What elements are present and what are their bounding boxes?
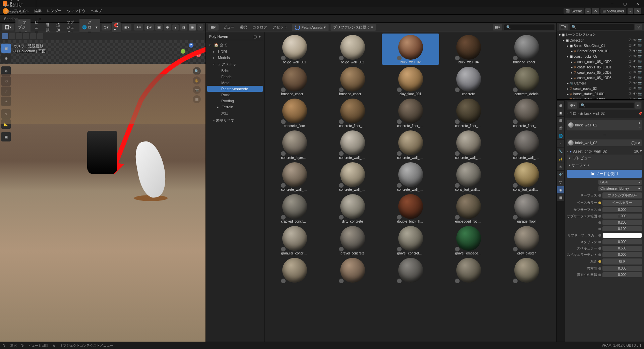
asset-gravel_concrete_02[interactable]: gravel_concrete_02 [382, 225, 439, 256]
layer-delete-button[interactable]: ✕ [634, 8, 641, 14]
tree-brick[interactable]: Brick [207, 68, 263, 74]
outliner-coast_rocks_05_LOD0[interactable]: ▸ coast_rocks_05_LOD0☑👁📷 [558, 59, 643, 64]
display-options[interactable]: ▤▾ [493, 24, 502, 31]
scene-delete-button[interactable]: ✕ [592, 8, 599, 14]
tree-metal[interactable]: Metal [207, 80, 263, 86]
tree-models[interactable]: Models [207, 55, 263, 61]
axis-x[interactable]: X [196, 52, 201, 57]
prop-search[interactable]: 🔍 [579, 103, 634, 108]
asset-concrete_layers_02[interactable]: concrete_layers_02 [266, 129, 323, 160]
asset-editor-type[interactable]: ▦▾ [208, 24, 219, 31]
select-tool[interactable]: ▣ [1, 44, 11, 53]
outliner-coast_rocks_05_LOD2[interactable]: ▸ coast_rocks_05_LOD2☑👁📷 [558, 70, 643, 75]
tab-render[interactable]: 🖨 [557, 101, 564, 109]
asset-brushed_concrete[interactable]: brushed_concrete [498, 34, 555, 65]
asset-concrete_debris[interactable]: concrete_debris [498, 65, 555, 97]
workspace-uv-editing[interactable]: UV Editing [0, 2, 36, 9]
outliner-horse_statue_01.001[interactable]: ▸ horse_statue_01.001☑👁📷 [558, 91, 643, 97]
overlay-button[interactable]: ◐▾ [144, 24, 154, 31]
xray-button[interactable]: ▣ [155, 24, 163, 31]
tree-all[interactable]: 🏠全て [207, 42, 263, 49]
prop-options[interactable]: ▾ [635, 102, 641, 109]
outliner-BarberShopChair_01[interactable]: ▸ BarberShopChair_01☑👁📷 [558, 43, 643, 48]
asset-menu-カタログ[interactable]: カタログ [250, 24, 270, 30]
asset-concrete_floor[interactable]: concrete_floor [266, 97, 323, 128]
selectability-icons[interactable] [2, 33, 8, 39]
axis-y[interactable] [181, 49, 185, 54]
shading-material[interactable]: ◑ [180, 24, 187, 31]
tree-unassigned[interactable]: ▫未割り当て [207, 117, 263, 124]
prop-type[interactable]: ⚙▾ [568, 102, 577, 109]
tab-output[interactable]: ▣ [557, 109, 564, 116]
shading-wireframe[interactable]: ⊕ [164, 24, 171, 31]
fetch-assets-button[interactable]: Fetch Assets ▾ [292, 24, 329, 31]
tree-roofing[interactable]: Roofing [207, 98, 263, 104]
asset-concrete_wall_008[interactable]: concrete_wall_008 [382, 161, 439, 192]
outliner-coast_rocks_02[interactable]: ▸ coast_rocks_02☑👁📷 [558, 86, 643, 91]
asset-garage_floor[interactable]: garage_floor [498, 193, 555, 224]
asset-granular_concrete[interactable]: granular_concrete [266, 225, 323, 256]
outliner-Camera[interactable]: ▸ Camera☑👁📷 [558, 80, 643, 86]
material-slot[interactable]: brick_wall_02 +− [567, 120, 642, 130]
asset-embedded_rock_fl...[interactable]: embedded_rock_fl... [440, 193, 497, 224]
asset-dirty_concrete[interactable]: dirty_concrete [324, 193, 381, 224]
tab-texture[interactable]: ▦ [557, 194, 564, 201]
asset-beige_wall_002[interactable]: beige_wall_002 [324, 34, 381, 65]
asset-concrete_wall_004[interactable]: concrete_wall_004 [440, 129, 497, 160]
layer-new-button[interactable]: ▫ [628, 8, 633, 14]
addcube-tool[interactable]: ▣ [1, 132, 11, 141]
workspace-texture-paint[interactable]: Texture Paint [0, 9, 36, 15]
tab-particles[interactable]: ✨ [557, 155, 564, 163]
asset-pref-dropdown[interactable]: プリファレンスに従う ▾ [331, 24, 376, 31]
viewport-3d[interactable]: カメラ・透視投影 (1) Collection | 平面 ▣ ⊕ ✥ ⟲ ⤢ ✦… [0, 40, 206, 342]
asset-coral_fort_wall_01[interactable]: coral_fort_wall_01 [440, 161, 497, 192]
menu-レンダー[interactable]: レンダー [44, 8, 64, 13]
outliner-filter[interactable]: ▽ [635, 24, 642, 30]
outliner-coast_rocks_05[interactable]: ▸ coast_rocks_05☑👁📷 [558, 54, 643, 59]
outliner-type[interactable]: ☰▾ [559, 24, 568, 30]
asset-menu-ビュー[interactable]: ビュー [221, 24, 237, 30]
asset-gravel_concrete[interactable]: gravel_concrete [324, 225, 381, 256]
cursor-tool[interactable]: ⊕ [1, 54, 11, 63]
tree-fabric[interactable]: Fabric [207, 74, 263, 80]
tab-world[interactable]: 🌐 [557, 132, 564, 139]
menu-ウィンドウ[interactable]: ウィンドウ [64, 8, 88, 13]
tab-physics[interactable]: ⚛ [557, 163, 564, 170]
scene-selector[interactable]: 🎬Scene [564, 8, 584, 14]
asset-concrete_wall_003[interactable]: concrete_wall_003 [382, 129, 439, 160]
asset-coral_fort_wall_02[interactable]: coral_fort_wall_02 [498, 161, 555, 192]
material-link[interactable]: brick_wall_02 ◯▫ ✕ [567, 139, 642, 146]
tab-data[interactable]: ▽ [557, 178, 564, 186]
maximize-button[interactable]: ▢ [621, 1, 629, 7]
asset-beige_wall_001[interactable]: beige_wall_001 [266, 34, 323, 65]
nav-gizmo[interactable]: Z X [180, 43, 201, 64]
tab-constraints[interactable]: 🔗 [557, 171, 564, 178]
asset-concrete_floor_wo...[interactable]: concrete_floor_wo... [498, 97, 555, 128]
outliner-Collection[interactable]: ▸ Collection☑👁📷 [558, 38, 643, 43]
select-menu[interactable]: 選択 [43, 22, 52, 33]
shading-rendered[interactable]: ◉ [189, 24, 196, 31]
menu-ヘルプ[interactable]: ヘルプ [88, 8, 105, 13]
asset-concrete_wall_006[interactable]: concrete_wall_006 [266, 161, 323, 192]
pin-icon[interactable]: 📌 [638, 112, 642, 115]
tree-plaster-concrete[interactable]: Plaster-concrete [207, 86, 263, 92]
tab-modifiers[interactable]: 🔧 [557, 148, 564, 155]
snap-button[interactable]: 🧲▾ [112, 22, 121, 33]
asset-cracked_concrete_...[interactable]: cracked_concrete_... [266, 193, 323, 224]
asset-menu-アセット[interactable]: アセット [270, 24, 290, 30]
asset-concrete_wall_001[interactable]: concrete_wall_001 [324, 129, 381, 160]
asset-search[interactable]: 🔍 [504, 24, 554, 30]
asset-item[interactable] [440, 256, 497, 284]
scene-new-button[interactable]: ▫ [585, 8, 591, 14]
asset-concrete_floor_pai...[interactable]: concrete_floor_pai... [440, 97, 497, 128]
asset-menu-選択[interactable]: 選択 [237, 24, 250, 30]
outliner-coast_rocks_05_LOD3[interactable]: ▸ coast_rocks_05_LOD3☑👁📷 [558, 75, 643, 80]
shading-options[interactable]: ▾ [197, 24, 203, 31]
asset-item[interactable] [382, 256, 439, 284]
asset-brick_wall_04[interactable]: brick_wall_04 [440, 34, 497, 65]
asset-concrete_floor_02[interactable]: concrete_floor_02 [382, 97, 439, 128]
axis-z[interactable]: Z [189, 43, 193, 48]
tab-material[interactable]: ◉ [557, 186, 564, 193]
preview-panel[interactable]: ›プレビュー [567, 155, 642, 162]
tree-木目[interactable]: 木目 [207, 110, 263, 117]
